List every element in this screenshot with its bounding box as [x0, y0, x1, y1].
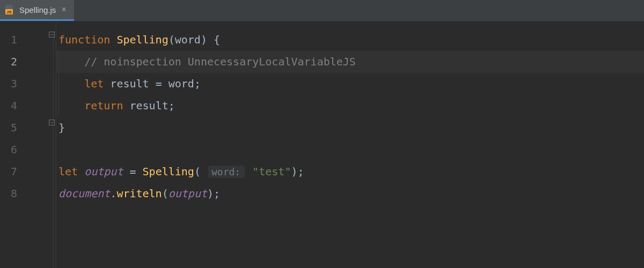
string-literal: "test" — [252, 165, 291, 178]
line-number[interactable]: 4 — [0, 95, 27, 117]
fold-end-icon[interactable] — [48, 119, 55, 126]
punctuation: ; — [169, 99, 175, 112]
fold-gutter — [27, 21, 56, 268]
keyword: return — [84, 99, 123, 112]
punctuation: ; — [298, 165, 304, 178]
comment: // noinspection UnnecessaryLocalVariable… — [84, 55, 356, 68]
line-number[interactable]: 6 — [0, 139, 27, 161]
line-number[interactable]: 1 — [0, 29, 27, 51]
variable: output — [169, 187, 207, 200]
code-line[interactable]: // noinspection UnnecessaryLocalVariable… — [56, 51, 644, 73]
keyword: let — [84, 77, 104, 90]
line-number[interactable]: 3 — [0, 73, 27, 95]
line-number[interactable]: 2 — [0, 51, 27, 73]
operator: = — [149, 77, 169, 90]
function-name: Spelling — [116, 33, 168, 46]
file-tab[interactable]: JS Spelling.js × — [0, 0, 74, 21]
punctuation: ) — [291, 165, 297, 178]
code-area[interactable]: function Spelling(word) { // noinspectio… — [56, 21, 644, 268]
keyword: let — [58, 165, 78, 178]
close-icon[interactable]: × — [60, 5, 67, 14]
svg-text:JS: JS — [6, 10, 12, 14]
code-line[interactable] — [56, 139, 644, 161]
parameter: word — [175, 33, 201, 46]
parameter-hint: word: — [208, 166, 245, 178]
js-file-icon: JS — [5, 5, 15, 14]
code-line[interactable]: document.writeln(output); — [56, 183, 644, 205]
line-number-gutter: 1 2 3 4 5 6 7 8 — [0, 21, 27, 268]
svg-rect-5 — [49, 120, 55, 125]
code-line[interactable]: function Spelling(word) { — [56, 29, 644, 51]
punctuation: ) — [201, 33, 207, 46]
tab-bar: JS Spelling.js × — [0, 0, 644, 21]
keyword: function — [58, 33, 110, 46]
line-number[interactable]: 7 — [0, 161, 27, 183]
code-line[interactable]: } — [56, 117, 644, 139]
punctuation: { — [207, 33, 220, 46]
global-object: document — [58, 187, 110, 200]
identifier: result — [129, 99, 168, 112]
line-number[interactable]: 5 — [0, 117, 27, 139]
code-line[interactable]: return result; — [56, 95, 644, 117]
punctuation: ( — [194, 165, 201, 178]
tab-filename: Spelling.js — [19, 5, 56, 14]
function-call: Spelling — [143, 165, 194, 178]
identifier: word — [169, 77, 194, 90]
indent-guide — [58, 73, 59, 95]
line-number[interactable]: 8 — [0, 183, 27, 205]
punctuation: . — [110, 187, 116, 200]
fold-guide-line — [53, 31, 54, 268]
identifier: result — [110, 77, 149, 90]
method-name: writeln — [116, 187, 162, 200]
punctuation: ; — [214, 187, 220, 200]
code-line[interactable]: let output = Spelling( word: "test"); — [56, 161, 644, 183]
fold-collapse-icon[interactable] — [48, 31, 55, 38]
variable: output — [84, 165, 123, 178]
code-line[interactable]: let result = word; — [56, 73, 644, 95]
punctuation: } — [58, 121, 65, 134]
punctuation: ( — [169, 33, 175, 46]
punctuation: ; — [194, 77, 201, 90]
indent-guide — [58, 51, 59, 73]
punctuation: ) — [207, 187, 214, 200]
operator: = — [123, 165, 142, 178]
punctuation: ( — [162, 187, 169, 200]
indent-guide — [58, 95, 59, 117]
editor: 1 2 3 4 5 6 7 8 function Spelling(word) … — [0, 21, 644, 268]
